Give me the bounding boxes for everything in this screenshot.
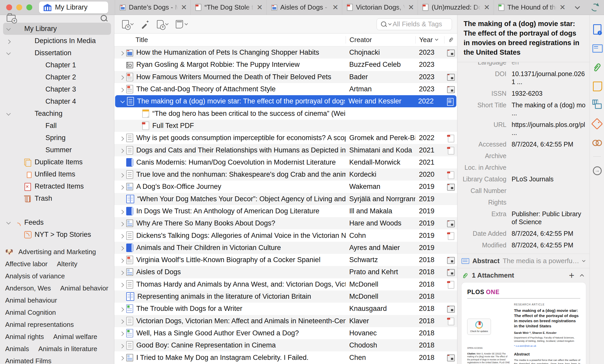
twisty-icon[interactable] [117, 319, 126, 322]
table-row[interactable]: “The dog hero has been critical to the s… [114, 107, 457, 119]
tag[interactable]: Animated Films [5, 357, 51, 364]
field-value[interactable] [512, 164, 587, 172]
tag[interactable]: Animal rights [5, 332, 44, 341]
collection-row[interactable]: Retracted Items [3, 180, 111, 192]
add-attachment-button[interactable] [154, 15, 171, 33]
reader-tab[interactable]: “The Dog Stole the P ✕ [190, 0, 266, 15]
table-row[interactable]: Animals and Their Children in Victorian … [114, 242, 457, 254]
twisty-icon[interactable] [117, 222, 126, 225]
tab-overflow-button[interactable] [569, 6, 586, 9]
field-value[interactable]: Publisher: Public Library of Science [512, 210, 587, 226]
tab-close-icon[interactable]: ✕ [484, 3, 490, 12]
table-row[interactable]: In Dogs We Trust: An Anthology of Americ… [114, 205, 457, 217]
metadata-row[interactable]: Rights [457, 197, 587, 208]
twisty-icon[interactable] [117, 75, 126, 78]
table-row[interactable]: The Trouble with Dogs for a Writer Knaus… [114, 303, 457, 315]
field-value[interactable]: en [512, 62, 587, 66]
twisty-icon[interactable] [117, 210, 126, 213]
metadata-row[interactable]: Loc. in Archive [457, 162, 587, 173]
info-icon[interactable] [593, 24, 601, 35]
tag[interactable]: Animal behaviour [5, 296, 57, 305]
table-row[interactable]: Representing animals in the literature o… [114, 290, 457, 303]
metadata-row[interactable]: Call Number [457, 185, 587, 197]
table-row[interactable]: Dickens's Talking Dogs: Allegories of An… [114, 229, 457, 241]
metadata-row[interactable]: Extra Publisher: Public Library of Scien… [457, 208, 587, 228]
twisty-icon[interactable] [117, 51, 126, 54]
column-header-attachment[interactable] [444, 36, 457, 44]
tag[interactable]: Alterity [57, 260, 77, 268]
twisty-icon[interactable] [117, 344, 126, 347]
collection-row[interactable]: Chapter 3 [3, 83, 111, 95]
metadata-row[interactable]: Accessed 8/7/2024, 6:42:55 PM [457, 139, 587, 150]
tag[interactable]: Animal representations [5, 320, 74, 329]
chevron-down-icon[interactable] [582, 259, 585, 262]
table-row[interactable]: Why Are There So Many Books About Dogs? … [114, 217, 457, 229]
table-row[interactable]: How the Humanization of Pets Is Changing… [114, 46, 457, 59]
column-header-year[interactable]: Year [415, 36, 444, 44]
metadata-row[interactable]: Library Catalog PLoS Journals [457, 173, 587, 185]
collection-row[interactable]: Chapter 2 [3, 71, 111, 83]
collection-row[interactable]: Feeds [3, 216, 111, 229]
metadata-row[interactable]: URL https://journals.plos.org/pl ... [457, 119, 587, 139]
twisty-icon[interactable] [117, 307, 126, 310]
table-row[interactable]: Virginia Woolf’s Little-Known Biography … [114, 254, 457, 266]
twisty-icon[interactable] [118, 100, 127, 103]
minimize-window-button[interactable] [16, 4, 22, 10]
collection-row[interactable]: Chapter 1 [3, 59, 111, 71]
field-value[interactable] [512, 152, 587, 160]
search-box[interactable]: All Fields & Tags [377, 18, 452, 30]
search-collections-icon[interactable] [101, 15, 107, 22]
add-attachment-icon[interactable]: + [569, 272, 574, 279]
twisty-icon[interactable] [117, 185, 126, 188]
tag[interactable]: Animal Cognition [5, 308, 56, 317]
twisty-icon[interactable] [117, 149, 126, 152]
twisty-icon[interactable] [117, 356, 126, 359]
twisty-icon[interactable] [4, 39, 13, 43]
twisty-icon[interactable] [4, 112, 13, 115]
table-row[interactable]: A Dog’s Box-Office Journey Wakeman 2019 [114, 181, 457, 193]
new-collection-icon[interactable] [7, 15, 15, 22]
table-row[interactable]: True love and the nonhuman: Shakespeare'… [114, 168, 457, 181]
tag[interactable]: Animal welfare [53, 332, 97, 341]
reader-tab[interactable]: The Hound of the Ba ✕ [494, 0, 569, 15]
tag[interactable]: Analysis of variance [5, 272, 65, 280]
table-row[interactable]: Victorian Dogs, Victorian Men: Affect an… [114, 315, 457, 327]
metadata-row[interactable]: Date Added 8/7/2024, 6:42:55 PM [457, 228, 587, 239]
table-row[interactable]: Good Boy: Canine Representation in Cinem… [114, 339, 457, 351]
twisty-icon[interactable] [117, 331, 126, 335]
table-row[interactable]: Dogs and Cats and Their Relationships wi… [114, 144, 457, 156]
field-value[interactable]: 8/7/2024, 6:42:55 PM [512, 230, 587, 238]
twisty-icon[interactable] [117, 283, 126, 286]
twisty-icon[interactable] [4, 52, 13, 55]
table-row[interactable]: Why is pet goods consumption imperceptib… [114, 132, 457, 144]
notes-icon[interactable] [592, 81, 602, 90]
pdf-preview-card[interactable]: PLOSONE Check for updates OPEN ACCESS Ci… [462, 282, 586, 364]
metadata-row[interactable]: Archive [457, 150, 587, 162]
field-value[interactable]: 8/7/2024, 6:42:55 PM [512, 140, 587, 148]
collection-row[interactable]: My Library [3, 23, 111, 35]
new-item-button[interactable] [120, 15, 136, 33]
table-row[interactable]: Ryan Gosling & Margot Robbie: The Puppy … [114, 59, 457, 71]
twisty-icon[interactable] [4, 221, 13, 224]
collection-row[interactable]: Fall [3, 120, 111, 132]
attachments-section-header[interactable]: 1 Attachment + [457, 268, 590, 282]
collection-row[interactable]: Chapter 4 [3, 95, 111, 108]
tag[interactable]: Animals in literature [38, 344, 97, 353]
metadata-row[interactable]: Short Title The making of a (dog) mo ... [457, 99, 587, 119]
field-value[interactable] [512, 198, 587, 206]
tab-close-icon[interactable]: ✕ [560, 3, 566, 12]
collection-row[interactable]: NYT > Top Stories [3, 229, 111, 241]
collection-row[interactable]: Teaching [3, 108, 111, 120]
collection-row[interactable]: Unfiled Items [3, 168, 111, 180]
tab-close-icon[interactable]: ✕ [408, 3, 414, 12]
tag[interactable]: 🐶Advertising and Marketing [5, 247, 96, 256]
collection-row[interactable]: Duplicate Items [3, 156, 111, 168]
twisty-icon[interactable] [4, 27, 13, 30]
metadata-row[interactable]: Modified 8/7/2024, 6:42:55 PM [457, 239, 587, 251]
libraries-collections-icon[interactable] [592, 99, 602, 109]
tag[interactable]: Animal behavior [60, 284, 108, 293]
abstract-section[interactable]: Abstract The media is a powerful forc... [457, 254, 590, 268]
zoom-window-button[interactable] [26, 4, 32, 10]
tag[interactable]: Affective labor [5, 260, 47, 268]
table-row[interactable]: How Famous Writers Mourned the Death of … [114, 71, 457, 83]
